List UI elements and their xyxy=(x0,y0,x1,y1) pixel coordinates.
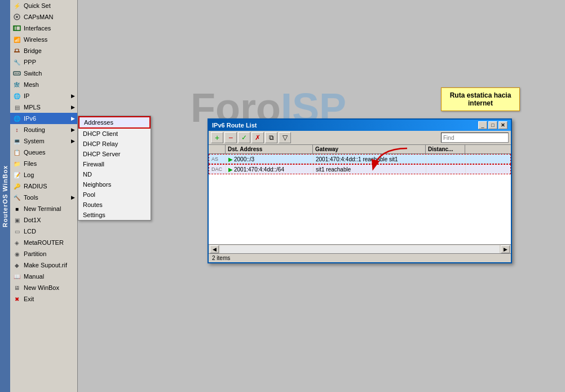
sidebar-label-ppp: PPP xyxy=(24,59,36,65)
sidebar-label-wireless: Wireless xyxy=(24,36,47,43)
sidebar-item-capsman[interactable]: CAPsMAN xyxy=(10,11,77,23)
system-arrow-icon: ▶ xyxy=(71,138,75,144)
quick-set-icon: ⚡ xyxy=(12,1,21,10)
submenu-item-routes[interactable]: Routes xyxy=(78,200,151,210)
sidebar-item-files[interactable]: 📁 Files xyxy=(10,158,77,169)
submenu-label-dhcp-relay: DHCP Relay xyxy=(83,140,118,147)
row1-arrow: ▶ xyxy=(228,156,233,162)
th-flag xyxy=(209,145,226,153)
check-button[interactable]: ✓ xyxy=(238,132,250,143)
table-body: AS ▶ 2000::/3 2001:470:4:4dd::1 reachabl… xyxy=(209,154,511,244)
minimize-button[interactable]: _ xyxy=(478,121,487,129)
sidebar-item-radius[interactable]: 🔑 RADIUS xyxy=(10,180,77,192)
td-flag-2: DAC xyxy=(209,165,226,174)
sidebar-item-dot1x[interactable]: ▣ Dot1X xyxy=(10,214,77,226)
sidebar-item-tools[interactable]: 🔨 Tools ▶ xyxy=(10,192,77,203)
sidebar-item-exit[interactable]: ✖ Exit xyxy=(10,293,77,305)
filter-button[interactable]: ▽ xyxy=(279,132,291,143)
dot1x-icon: ▣ xyxy=(12,215,21,224)
sidebar-item-new-winbox[interactable]: 🖥 New WinBox xyxy=(10,282,77,293)
sidebar-label-switch: Switch xyxy=(24,70,42,77)
sidebar-item-system[interactable]: 💻 System ▶ xyxy=(10,135,77,147)
sidebar-item-ppp[interactable]: 🔧 PPP xyxy=(10,56,77,68)
submenu-label-pool: Pool xyxy=(83,191,95,198)
remove-button[interactable]: − xyxy=(224,132,237,143)
sidebar-item-new-terminal[interactable]: ■ New Terminal xyxy=(10,203,77,214)
submenu-label-nd: ND xyxy=(83,171,92,178)
sidebar-item-partition[interactable]: ◉ Partition xyxy=(10,248,77,259)
sidebar-label-tools: Tools xyxy=(24,194,38,201)
table-row[interactable]: DAC ▶ 2001:470:4:4dd::/64 sit1 reachable xyxy=(209,164,511,174)
mesh-icon: 🕸 xyxy=(12,80,21,89)
sidebar-label-new-winbox: New WinBox xyxy=(24,284,59,291)
submenu-item-addresses[interactable]: Addresses xyxy=(78,116,151,129)
sidebar-label-make-supout: Make Supout.rif xyxy=(24,262,67,268)
manual-icon: 📖 xyxy=(12,272,21,281)
mpls-icon: ▤ xyxy=(12,103,21,112)
sidebar-item-log[interactable]: 📝 Log xyxy=(10,169,77,180)
td-dst-value-1: 2000::/3 xyxy=(234,156,254,162)
submenu-label-settings: Settings xyxy=(83,212,105,218)
svg-point-11 xyxy=(16,73,17,74)
scroll-left-button[interactable]: ◀ xyxy=(210,245,219,253)
sidebar-item-interfaces[interactable]: Interfaces xyxy=(10,23,77,34)
sidebar-item-queues[interactable]: 📋 Queues xyxy=(10,147,77,158)
submenu-item-dhcp-client[interactable]: DHCP Client xyxy=(78,129,151,139)
submenu-item-dhcp-relay[interactable]: DHCP Relay xyxy=(78,139,151,149)
add-button[interactable]: + xyxy=(211,132,223,143)
sidebar-item-mpls[interactable]: ▤ MPLS ▶ xyxy=(10,102,77,113)
sidebar-item-ipv6[interactable]: 🌐 IPv6 ▶ xyxy=(10,113,77,124)
sidebar-item-mesh[interactable]: 🕸 Mesh xyxy=(10,79,77,90)
sidebar-item-metarouter[interactable]: ◈ MetaROUTER xyxy=(10,237,77,248)
maximize-button[interactable]: □ xyxy=(488,121,497,129)
submenu-item-settings[interactable]: Settings xyxy=(78,210,151,220)
submenu-item-neighbors[interactable]: Neighbors xyxy=(78,179,151,190)
submenu-label-neighbors: Neighbors xyxy=(83,181,111,188)
submenu-label-addresses: Addresses xyxy=(84,119,113,126)
td-dst-2: ▶ 2001:470:4:4dd::/64 xyxy=(226,165,314,174)
status-items: 2 items xyxy=(212,255,230,261)
mpls-arrow-icon: ▶ xyxy=(71,104,75,110)
tools-icon: 🔨 xyxy=(12,193,21,202)
copy-button[interactable]: ⧉ xyxy=(265,132,277,143)
td-flag-1: AS xyxy=(209,155,226,164)
sidebar-item-bridge[interactable]: Bridge xyxy=(10,45,77,56)
cross-button[interactable]: ✗ xyxy=(251,132,264,143)
sidebar-item-wireless[interactable]: 📶 Wireless xyxy=(10,34,77,45)
submenu-item-nd[interactable]: ND xyxy=(78,169,151,179)
find-input[interactable] xyxy=(441,133,509,143)
routing-arrow-icon: ▶ xyxy=(71,127,75,133)
sidebar-item-manual[interactable]: 📖 Manual xyxy=(10,271,77,282)
submenu-item-firewall[interactable]: Firewall xyxy=(78,159,151,169)
submenu-item-pool[interactable]: Pool xyxy=(78,190,151,200)
sidebar-item-switch[interactable]: Switch xyxy=(10,68,77,79)
sidebar-item-lcd[interactable]: ▭ LCD xyxy=(10,226,77,237)
window-controls: _ □ ✕ xyxy=(478,121,507,129)
horizontal-scrollbar[interactable]: ◀ ▶ xyxy=(209,244,511,253)
sidebar-item-quick-set[interactable]: ⚡ Quick Set xyxy=(10,0,77,11)
sidebar: ⚡ Quick Set CAPsMAN Interfaces 📶 Wireles… xyxy=(0,0,78,392)
th-distance: Distanc... xyxy=(426,145,465,153)
ipv6-submenu: Addresses DHCP Client DHCP Relay DHCP Se… xyxy=(78,116,151,221)
submenu-item-dhcp-server[interactable]: DHCP Server xyxy=(78,149,151,159)
tools-arrow-icon: ▶ xyxy=(71,195,75,200)
sidebar-label-system: System xyxy=(24,138,45,144)
sidebar-item-routing[interactable]: ↕ Routing ▶ xyxy=(10,124,77,135)
table-header: Dst. Address Gateway Distanc... xyxy=(209,145,511,154)
files-icon: 📁 xyxy=(12,159,21,168)
sidebar-inner: ⚡ Quick Set CAPsMAN Interfaces 📶 Wireles… xyxy=(10,0,77,392)
close-button[interactable]: ✕ xyxy=(498,121,507,129)
sidebar-label-radius: RADIUS xyxy=(24,183,47,190)
sidebar-label-files: Files xyxy=(24,160,37,167)
sidebar-label-mesh: Mesh xyxy=(24,81,39,88)
sidebar-item-make-supout[interactable]: ◆ Make Supout.rif xyxy=(10,259,77,271)
sidebar-item-ip[interactable]: 🌐 IP ▶ xyxy=(10,90,77,102)
sidebar-label-exit: Exit xyxy=(24,296,34,302)
svg-point-12 xyxy=(18,73,19,74)
sidebar-label-quick-set: Quick Set xyxy=(24,2,51,9)
table-row[interactable]: AS ▶ 2000::/3 2001:470:4:4dd::1 reachabl… xyxy=(209,154,511,164)
scroll-right-button[interactable]: ▶ xyxy=(501,245,510,253)
td-gw-value-2: sit1 reachable xyxy=(316,166,351,173)
sidebar-label-metarouter: MetaROUTER xyxy=(24,239,64,246)
ipv6-route-list-window: IPv6 Route List _ □ ✕ + − ✓ ✗ ⧉ ▽ Dst. A… xyxy=(208,118,512,263)
